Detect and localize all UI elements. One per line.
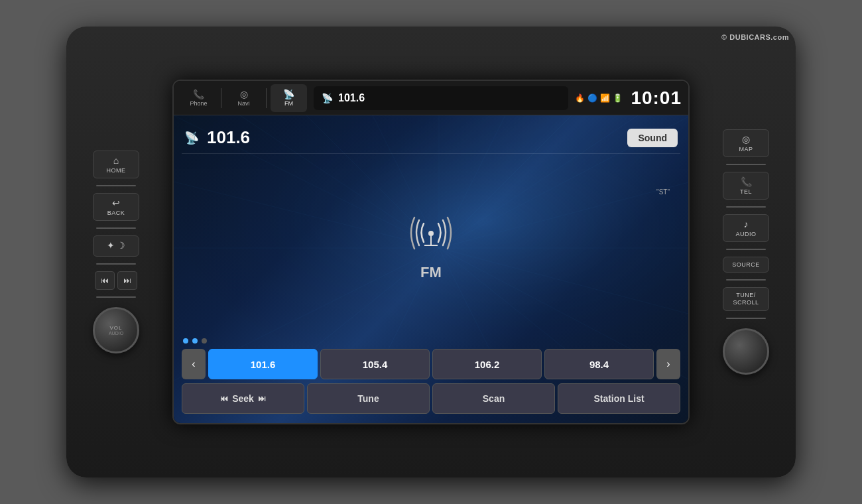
left-controls-panel: ⌂ HOME ↩ BACK ✦ ☽ ⏮ ⏭ VOL AUDIO (86, 151, 146, 353)
preset-1-freq: 101.6 (251, 359, 276, 370)
header-frequency-value: 101.6 (338, 92, 365, 104)
volume-knob[interactable]: VOL AUDIO (93, 307, 139, 353)
station-header: 📡 101.6 Sound (182, 122, 680, 154)
tune-scroll-label: TUNE/ SCROLL (733, 292, 759, 306)
tel-icon: 📞 (741, 176, 752, 187)
tune-button[interactable]: Tune (307, 383, 430, 414)
tab-fm[interactable]: 📡 FM (271, 84, 307, 112)
prev-preset-button[interactable]: ‹ (182, 349, 206, 379)
map-divider (726, 164, 766, 165)
presets-row: ‹ 101.6 105.4 106.2 98.4 › (182, 349, 680, 379)
audio-label: AUDIO (735, 231, 756, 237)
seek-label: Seek (232, 393, 254, 404)
dot-2 (192, 338, 198, 344)
actions-row: ⏮ Seek ⏭ Tune Scan Station List (182, 383, 680, 414)
navi-tab-label: Navi (237, 100, 249, 107)
source-button[interactable]: SOURCE (723, 257, 769, 273)
preset-4-button[interactable]: 98.4 (544, 349, 654, 379)
preset-2-button[interactable]: 105.4 (320, 349, 430, 379)
source-label: SOURCE (732, 261, 760, 268)
back-icon: ↩ (112, 198, 120, 208)
tel-divider (726, 206, 766, 208)
fm-band-label: FM (420, 264, 442, 281)
station-frequency: 101.6 (207, 127, 250, 148)
station-list-label: Station List (593, 393, 644, 404)
next-track-button[interactable]: ⏭ (117, 271, 137, 290)
back-button[interactable]: ↩ BACK (93, 193, 139, 221)
media-divider (96, 296, 136, 298)
seek-next-icon: ⏭ (258, 394, 266, 403)
source-divider (726, 279, 766, 281)
brightness-divider (96, 263, 136, 265)
back-divider (96, 227, 136, 229)
vol-sub-label: AUDIO (109, 331, 123, 336)
scan-button[interactable]: Scan (432, 383, 555, 414)
bottom-controls-section: ‹ 101.6 105.4 106.2 98.4 › (182, 333, 680, 423)
brightness-button[interactable]: ✦ ☽ (93, 235, 139, 257)
audio-icon: ♪ (744, 219, 749, 229)
bluetooth-icon: 🔵 (587, 94, 597, 103)
phone-tab-label: Phone (190, 100, 207, 107)
audio-divider (726, 249, 766, 250)
prev-track-button[interactable]: ⏮ (95, 271, 115, 290)
seek-prev-icon: ⏮ (220, 394, 228, 403)
freq-radio-icon: 📡 (322, 93, 333, 103)
main-content-area: 📡 101.6 Sound "ST" (174, 115, 688, 423)
fm-logo: FM (404, 206, 458, 281)
tab-divider-1 (221, 88, 221, 108)
vol-label: VOL (109, 325, 122, 331)
preset-2-freq: 105.4 (363, 359, 388, 370)
top-bar: 📞 Phone ◎ Navi 📡 FM 📡 101.6 🔥 🔵 📶 (174, 81, 688, 115)
audio-button[interactable]: ♪ AUDIO (723, 214, 769, 242)
frequency-display: 📡 101.6 (314, 86, 568, 110)
infotainment-screen: 📞 Phone ◎ Navi 📡 FM 📡 101.6 🔥 🔵 📶 (172, 80, 690, 424)
right-controls-panel: ◎ MAP 📞 TEL ♪ AUDIO SOURCE TUNE/ SCROLL (716, 129, 776, 375)
clock-display: 10:01 (631, 88, 682, 109)
tab-navi[interactable]: ◎ Navi (225, 84, 262, 112)
brightness-icon: ✦ ☽ (107, 240, 126, 251)
home-icon: ⌂ (113, 155, 119, 166)
tune-scroll-knob[interactable] (723, 328, 769, 375)
dot-1 (183, 338, 188, 344)
phone-tab-icon: 📞 (193, 89, 204, 99)
preset-3-button[interactable]: 106.2 (432, 349, 542, 379)
scan-label: Scan (483, 393, 505, 404)
dot-3 (202, 338, 207, 344)
car-infotainment-unit: © DUBICARS.com ⌂ HOME ↩ BACK ✦ ☽ ⏮ ⏭ VOL… (66, 27, 796, 477)
fire-icon: 🔥 (575, 94, 585, 103)
preset-4-freq: 98.4 (589, 359, 609, 370)
station-list-button[interactable]: Station List (558, 383, 680, 414)
svg-point-21 (428, 231, 434, 236)
media-skip-buttons: ⏮ ⏭ (95, 271, 137, 290)
tune-label: Tune (357, 393, 379, 404)
watermark-text: © DUBICARS.com (721, 33, 789, 41)
tune-scroll-button[interactable]: TUNE/ SCROLL (723, 287, 769, 311)
home-button[interactable]: ⌂ HOME (93, 151, 139, 178)
tel-label: TEL (740, 188, 752, 195)
preset-3-freq: 106.2 (475, 359, 500, 370)
preset-1-button[interactable]: 101.6 (208, 349, 318, 379)
sound-button[interactable]: Sound (627, 129, 678, 147)
radio-wave-icon (404, 206, 458, 259)
station-radio-icon: 📡 (184, 131, 199, 145)
tune-scroll-divider (726, 318, 766, 319)
home-label: HOME (107, 167, 126, 174)
battery-icon: 🔋 (613, 94, 623, 103)
signal-icon: 📶 (600, 94, 610, 103)
page-dots (182, 338, 680, 344)
navi-tab-icon: ◎ (240, 89, 248, 99)
fm-tab-icon: 📡 (283, 89, 294, 99)
center-fm-area: FM (182, 153, 680, 333)
tab-phone[interactable]: 📞 Phone (180, 84, 217, 112)
seek-button[interactable]: ⏮ Seek ⏭ (182, 383, 304, 414)
tel-button[interactable]: 📞 TEL (723, 172, 769, 200)
status-icons-area: 🔥 🔵 📶 🔋 (575, 94, 623, 103)
next-preset-button[interactable]: › (656, 349, 680, 379)
map-button[interactable]: ◎ MAP (723, 129, 769, 157)
fm-tab-label: FM (284, 100, 293, 107)
map-icon: ◎ (742, 134, 750, 145)
map-label: MAP (739, 146, 753, 153)
back-label: BACK (107, 210, 125, 216)
home-divider (96, 185, 136, 186)
tab-divider-2 (266, 88, 267, 108)
